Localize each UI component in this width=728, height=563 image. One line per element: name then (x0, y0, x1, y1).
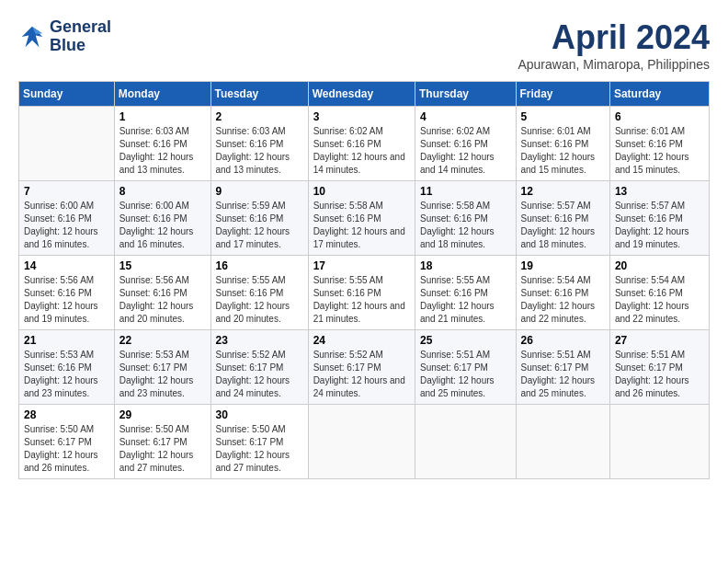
calendar-cell: 13Sunrise: 5:57 AM Sunset: 6:16 PM Dayli… (609, 181, 709, 256)
day-number: 28 (24, 408, 109, 421)
day-number: 13 (615, 185, 704, 198)
calendar-cell: 9Sunrise: 5:59 AM Sunset: 6:16 PM Daylig… (210, 181, 308, 256)
calendar-cell: 23Sunrise: 5:52 AM Sunset: 6:17 PM Dayli… (210, 330, 308, 405)
day-info: Sunrise: 6:02 AM Sunset: 6:16 PM Dayligh… (420, 125, 511, 177)
day-number: 12 (521, 185, 605, 198)
day-info: Sunrise: 5:54 AM Sunset: 6:16 PM Dayligh… (521, 274, 605, 326)
calendar-cell: 5Sunrise: 6:01 AM Sunset: 6:16 PM Daylig… (516, 107, 609, 181)
day-info: Sunrise: 5:53 AM Sunset: 6:16 PM Dayligh… (24, 349, 109, 400)
calendar-cell: 14Sunrise: 5:56 AM Sunset: 6:16 PM Dayli… (19, 256, 115, 330)
day-number: 1 (119, 110, 206, 123)
day-number: 6 (615, 110, 704, 123)
day-info: Sunrise: 5:53 AM Sunset: 6:17 PM Dayligh… (119, 349, 206, 400)
weekday-header: Friday (516, 82, 609, 107)
day-number: 4 (420, 110, 511, 123)
day-number: 8 (119, 185, 206, 198)
calendar-cell: 24Sunrise: 5:52 AM Sunset: 6:17 PM Dayli… (308, 330, 415, 405)
calendar-header-row: SundayMondayTuesdayWednesdayThursdayFrid… (19, 82, 710, 107)
day-number: 5 (521, 110, 605, 123)
day-info: Sunrise: 5:56 AM Sunset: 6:16 PM Dayligh… (119, 274, 206, 326)
day-info: Sunrise: 5:58 AM Sunset: 6:16 PM Dayligh… (420, 200, 511, 251)
weekday-header: Sunday (19, 82, 115, 107)
logo-icon (18, 23, 46, 51)
calendar-week-row: 14Sunrise: 5:56 AM Sunset: 6:16 PM Dayli… (19, 256, 710, 330)
day-number: 30 (216, 408, 303, 421)
day-info: Sunrise: 6:03 AM Sunset: 6:16 PM Dayligh… (119, 125, 206, 177)
calendar-cell: 26Sunrise: 5:51 AM Sunset: 6:17 PM Dayli… (516, 330, 609, 405)
calendar-cell: 11Sunrise: 5:58 AM Sunset: 6:16 PM Dayli… (415, 181, 516, 256)
calendar-table: SundayMondayTuesdayWednesdayThursdayFrid… (18, 81, 710, 479)
calendar-cell: 29Sunrise: 5:50 AM Sunset: 6:17 PM Dayli… (114, 405, 210, 479)
day-info: Sunrise: 5:55 AM Sunset: 6:16 PM Dayligh… (420, 274, 511, 326)
calendar-cell: 30Sunrise: 5:50 AM Sunset: 6:17 PM Dayli… (210, 405, 308, 479)
day-info: Sunrise: 5:50 AM Sunset: 6:17 PM Dayligh… (24, 423, 109, 475)
day-info: Sunrise: 5:52 AM Sunset: 6:17 PM Dayligh… (313, 349, 410, 400)
day-info: Sunrise: 6:02 AM Sunset: 6:16 PM Dayligh… (313, 125, 410, 177)
calendar-cell (19, 107, 115, 181)
calendar-cell: 18Sunrise: 5:55 AM Sunset: 6:16 PM Dayli… (415, 256, 516, 330)
day-number: 2 (216, 110, 303, 123)
day-info: Sunrise: 6:01 AM Sunset: 6:16 PM Dayligh… (615, 125, 704, 177)
calendar-cell (415, 405, 516, 479)
day-info: Sunrise: 5:50 AM Sunset: 6:17 PM Dayligh… (119, 423, 206, 475)
calendar-cell: 7Sunrise: 6:00 AM Sunset: 6:16 PM Daylig… (19, 181, 115, 256)
day-info: Sunrise: 5:55 AM Sunset: 6:16 PM Dayligh… (216, 274, 303, 326)
day-number: 21 (24, 334, 109, 347)
logo: General Blue (18, 18, 111, 55)
day-info: Sunrise: 5:59 AM Sunset: 6:16 PM Dayligh… (216, 200, 303, 251)
location: Apurawan, Mimaropa, Philippines (518, 57, 710, 72)
day-info: Sunrise: 5:51 AM Sunset: 6:17 PM Dayligh… (420, 349, 511, 400)
day-number: 11 (420, 185, 511, 198)
calendar-week-row: 21Sunrise: 5:53 AM Sunset: 6:16 PM Dayli… (19, 330, 710, 405)
day-info: Sunrise: 5:52 AM Sunset: 6:17 PM Dayligh… (216, 349, 303, 400)
calendar-week-row: 1Sunrise: 6:03 AM Sunset: 6:16 PM Daylig… (19, 107, 710, 181)
day-info: Sunrise: 5:54 AM Sunset: 6:16 PM Dayligh… (615, 274, 704, 326)
day-info: Sunrise: 6:00 AM Sunset: 6:16 PM Dayligh… (24, 200, 109, 251)
calendar-cell: 12Sunrise: 5:57 AM Sunset: 6:16 PM Dayli… (516, 181, 609, 256)
calendar-cell: 27Sunrise: 5:51 AM Sunset: 6:17 PM Dayli… (609, 330, 709, 405)
day-number: 17 (313, 259, 410, 272)
day-number: 3 (313, 110, 410, 123)
calendar-week-row: 28Sunrise: 5:50 AM Sunset: 6:17 PM Dayli… (19, 405, 710, 479)
day-number: 22 (119, 334, 206, 347)
calendar-cell: 17Sunrise: 5:55 AM Sunset: 6:16 PM Dayli… (308, 256, 415, 330)
calendar-cell: 2Sunrise: 6:03 AM Sunset: 6:16 PM Daylig… (210, 107, 308, 181)
calendar-cell: 1Sunrise: 6:03 AM Sunset: 6:16 PM Daylig… (114, 107, 210, 181)
calendar-cell: 20Sunrise: 5:54 AM Sunset: 6:16 PM Dayli… (609, 256, 709, 330)
page-header: General Blue April 2024 Apurawan, Mimaro… (18, 18, 710, 72)
day-number: 25 (420, 334, 511, 347)
day-number: 27 (615, 334, 704, 347)
calendar-week-row: 7Sunrise: 6:00 AM Sunset: 6:16 PM Daylig… (19, 181, 710, 256)
day-number: 7 (24, 185, 109, 198)
day-info: Sunrise: 6:03 AM Sunset: 6:16 PM Dayligh… (216, 125, 303, 177)
day-info: Sunrise: 6:00 AM Sunset: 6:16 PM Dayligh… (119, 200, 206, 251)
weekday-header: Saturday (609, 82, 709, 107)
calendar-cell (609, 405, 709, 479)
calendar-cell: 6Sunrise: 6:01 AM Sunset: 6:16 PM Daylig… (609, 107, 709, 181)
calendar-cell: 21Sunrise: 5:53 AM Sunset: 6:16 PM Dayli… (19, 330, 115, 405)
calendar-cell (516, 405, 609, 479)
calendar-cell (308, 405, 415, 479)
day-number: 24 (313, 334, 410, 347)
day-number: 16 (216, 259, 303, 272)
calendar-cell: 22Sunrise: 5:53 AM Sunset: 6:17 PM Dayli… (114, 330, 210, 405)
weekday-header: Wednesday (308, 82, 415, 107)
day-number: 26 (521, 334, 605, 347)
day-number: 20 (615, 259, 704, 272)
day-number: 14 (24, 259, 109, 272)
weekday-header: Monday (114, 82, 210, 107)
day-number: 9 (216, 185, 303, 198)
day-number: 19 (521, 259, 605, 272)
day-info: Sunrise: 5:50 AM Sunset: 6:17 PM Dayligh… (216, 423, 303, 475)
weekday-header: Thursday (415, 82, 516, 107)
day-info: Sunrise: 5:51 AM Sunset: 6:17 PM Dayligh… (615, 349, 704, 400)
day-number: 10 (313, 185, 410, 198)
day-number: 15 (119, 259, 206, 272)
calendar-cell: 8Sunrise: 6:00 AM Sunset: 6:16 PM Daylig… (114, 181, 210, 256)
day-info: Sunrise: 5:51 AM Sunset: 6:17 PM Dayligh… (521, 349, 605, 400)
logo-text: General Blue (50, 18, 111, 55)
day-number: 23 (216, 334, 303, 347)
calendar-cell: 19Sunrise: 5:54 AM Sunset: 6:16 PM Dayli… (516, 256, 609, 330)
calendar-cell: 4Sunrise: 6:02 AM Sunset: 6:16 PM Daylig… (415, 107, 516, 181)
title-block: April 2024 Apurawan, Mimaropa, Philippin… (518, 18, 710, 72)
